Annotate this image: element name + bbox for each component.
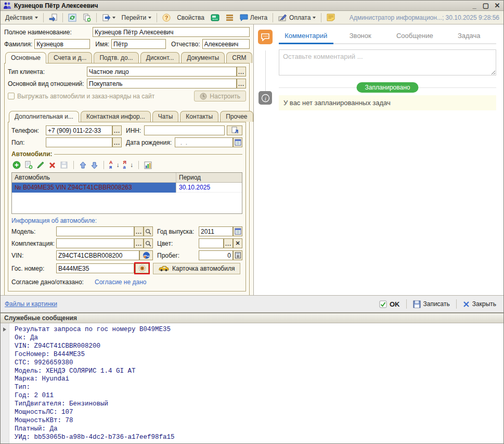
refresh-button[interactable] — [66, 12, 79, 23]
add-copy-button[interactable] — [24, 161, 33, 169]
color-clear-button[interactable]: ✕ — [233, 238, 242, 248]
model-select-button[interactable]: ... — [134, 226, 144, 236]
tab-documents[interactable]: Документы — [181, 52, 225, 63]
car-card-button[interactable]: Карточка автомобиля — [153, 263, 240, 274]
close-button[interactable]: ✕ — [494, 2, 501, 9]
tab-contacts[interactable]: Контакты — [180, 111, 218, 122]
tab-main[interactable]: Основные — [5, 52, 46, 64]
ok-button[interactable]: OK — [376, 299, 403, 309]
help-button[interactable]: ? — [160, 12, 173, 23]
client-type-select-button[interactable]: ... — [237, 67, 246, 77]
report-button[interactable] — [144, 161, 152, 169]
middlename-label: Отчество: — [171, 41, 200, 48]
tab-call[interactable]: Звонок — [333, 30, 388, 43]
close-form-button[interactable]: Закрыть — [460, 299, 499, 309]
mileage-input[interactable] — [199, 250, 233, 260]
toolbar-separator — [96, 13, 97, 22]
log-line: Марка: Hyundai — [15, 375, 500, 384]
tab-other[interactable]: Прочее — [220, 111, 253, 122]
color-input[interactable] — [199, 238, 224, 248]
sort-asc-button[interactable]: Ая — [109, 160, 113, 170]
client-type-input[interactable] — [87, 67, 237, 77]
move-down-button[interactable] — [91, 161, 98, 169]
inn-check-button[interactable] — [227, 125, 242, 135]
inn-input[interactable] — [144, 125, 225, 135]
tab-comment[interactable]: Комментарий — [279, 30, 333, 43]
configure-button[interactable]: Настроить — [194, 91, 246, 102]
year-calendar-button[interactable] — [233, 226, 242, 236]
tab-additional-info[interactable]: Дополнительная и... — [9, 111, 79, 122]
birthdate-input[interactable] — [175, 137, 233, 147]
comment-textarea[interactable] — [279, 49, 496, 75]
car-row-name[interactable]: № B049ME35 VIN Z94CT41CBBR008263 — [12, 183, 176, 193]
copy-button[interactable] — [80, 12, 94, 23]
toolbar-separator — [62, 13, 63, 22]
minimize-button[interactable]: _ — [471, 2, 478, 9]
consent-link[interactable]: Согласие не дано — [95, 278, 146, 286]
delete-button[interactable] — [48, 161, 56, 169]
phone-select-button[interactable]: ... — [112, 125, 122, 135]
trim-label: Комплектация: — [11, 240, 56, 247]
col-period[interactable]: Период — [176, 173, 242, 182]
sort-desc-button[interactable]: Яа — [123, 160, 126, 170]
trim-search-button[interactable] — [144, 238, 153, 248]
goto-menu-button[interactable]: Перейти — [119, 12, 154, 23]
properties-button[interactable]: Свойства — [174, 12, 207, 23]
tab-task[interactable]: Задача — [442, 30, 497, 43]
relation-type-select-button[interactable]: ... — [237, 79, 246, 88]
open-related-button[interactable] — [99, 12, 118, 23]
car-info-section-label: Информация об автомобиле: — [11, 217, 242, 224]
car-row[interactable]: № B049ME35 VIN Z94CT41CBBR008263 30.10.2… — [12, 183, 242, 193]
note-button[interactable] — [324, 12, 338, 23]
save-row-button[interactable] — [60, 161, 68, 169]
files-link[interactable]: Файлы и картинки — [5, 300, 57, 308]
tab-discount[interactable]: Дисконт... — [140, 52, 180, 63]
edit-button[interactable] — [36, 161, 45, 169]
sticky-note-icon — [327, 14, 335, 21]
car-row-period[interactable]: 30.10.2025 — [176, 183, 242, 193]
main-tabstrip: Основные Счета и д... Подтв. до... Диско… — [4, 51, 250, 63]
list-button[interactable] — [223, 12, 236, 23]
relation-type-input[interactable] — [87, 79, 237, 88]
gender-input[interactable] — [46, 137, 112, 147]
full-name-input[interactable] — [93, 27, 250, 37]
tab-message[interactable]: Сообщение — [387, 30, 442, 43]
feed-button[interactable]: Лента — [237, 12, 270, 23]
tab-confirm-docs[interactable]: Подтв. до... — [94, 52, 138, 63]
payment-menu-button[interactable]: Оплата — [276, 12, 318, 23]
year-input[interactable] — [199, 226, 233, 236]
model-input[interactable] — [56, 226, 134, 236]
client-type-label: Тип клиента: — [8, 68, 87, 75]
color-select-button[interactable]: ... — [224, 238, 233, 248]
add-button[interactable] — [12, 161, 21, 169]
move-up-button[interactable] — [79, 161, 87, 169]
tab-contact-info[interactable]: Контактная инфор... — [81, 111, 151, 122]
gender-select-button[interactable]: ... — [112, 137, 122, 147]
mileage-calculator-button[interactable] — [233, 250, 242, 260]
phone-label: Телефон: — [11, 127, 46, 134]
save-button[interactable]: Записать — [410, 299, 453, 309]
model-search-button[interactable] — [144, 226, 153, 236]
lastname-input[interactable] — [34, 39, 90, 49]
trim-input[interactable] — [56, 238, 134, 248]
upload-site-checkbox[interactable] — [8, 93, 15, 99]
phone-input[interactable] — [46, 125, 112, 135]
actions-menu-button[interactable]: Действия — [3, 12, 41, 23]
birthdate-calendar-button[interactable] — [233, 137, 242, 147]
tab-crm[interactable]: CRM — [226, 52, 252, 63]
middlename-input[interactable] — [202, 39, 250, 49]
vin-service-button[interactable] — [139, 250, 153, 260]
service-messages-body[interactable]: Результат запроса по гос номеру B049ME35… — [1, 323, 503, 443]
reread-button[interactable] — [46, 12, 60, 23]
col-car[interactable]: Автомобиль — [12, 173, 176, 182]
firstname-input[interactable] — [111, 39, 166, 49]
plate-input[interactable] — [56, 263, 134, 273]
trim-select-button[interactable]: ... — [134, 238, 144, 248]
tab-accounts[interactable]: Счета и д... — [48, 52, 92, 63]
vin-input[interactable] — [56, 250, 139, 260]
chevron-down-icon — [112, 17, 115, 19]
maximize-button[interactable]: ▢ — [482, 2, 489, 9]
plate-check-button[interactable] — [135, 263, 149, 273]
tab-chats[interactable]: Чаты — [152, 111, 179, 122]
phone-button[interactable] — [208, 12, 222, 23]
